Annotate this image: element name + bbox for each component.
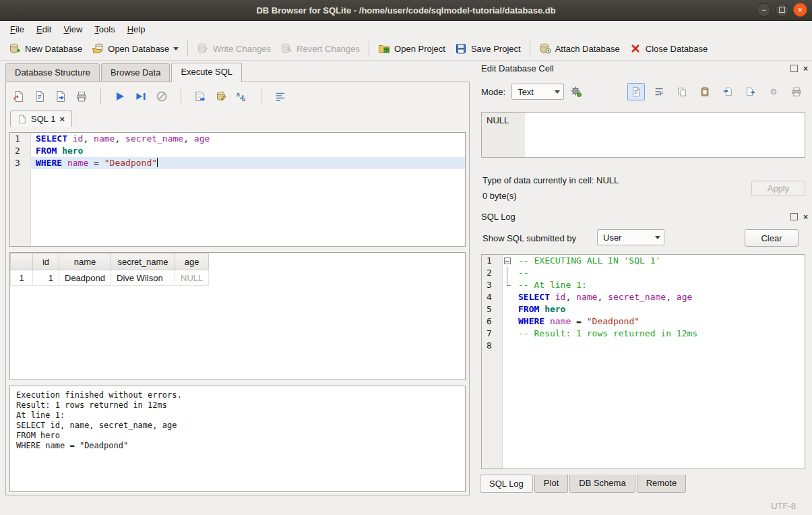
code-line[interactable]: 4SELECT id, name, secret_name, age — [482, 291, 805, 303]
word-wrap-button[interactable] — [650, 83, 668, 100]
open-sql-file-icon[interactable] — [13, 90, 25, 102]
code-line[interactable]: 6WHERE name = "Deadpond" — [482, 315, 805, 328]
code-line[interactable]: 3WHERE name = "Deadpond" — [10, 157, 465, 169]
sql-tab-label: SQL 1 — [31, 114, 55, 124]
export-results-icon[interactable] — [194, 90, 206, 102]
edit-cell-header: Edit Database Cell × — [481, 63, 808, 73]
code-line[interactable]: 1-- EXECUTING ALL IN 'SQL 1' — [482, 255, 805, 267]
maximize-button[interactable] — [775, 3, 789, 17]
export-cell-button[interactable] — [742, 83, 759, 100]
menu-view[interactable]: View — [57, 22, 88, 36]
fold-marker[interactable] — [502, 255, 513, 267]
close-icon: × — [798, 5, 803, 15]
print-icon — [791, 86, 802, 97]
tab-browse-data[interactable]: Browse Data — [101, 63, 170, 82]
open-database-button[interactable]: Open Database — [87, 40, 183, 57]
main-toolbar: New Database Open Database Write Changes… — [0, 37, 812, 61]
code-line[interactable]: 1SELECT id, name, secret_name, age — [10, 133, 465, 145]
close-button[interactable]: × — [793, 3, 807, 17]
tab-execute-sql[interactable]: Execute SQL — [171, 63, 242, 82]
cell-secret-name[interactable]: Dive Wilson — [111, 270, 175, 286]
code-line[interactable]: 2-- — [482, 267, 805, 279]
cell-age[interactable]: NULL — [175, 270, 209, 286]
tab-sql-log[interactable]: SQL Log — [480, 475, 533, 493]
execute-all-icon[interactable] — [114, 90, 126, 102]
cell-editor[interactable]: NULL — [481, 112, 805, 158]
code-line[interactable]: 2FROM hero — [10, 145, 465, 157]
app-window: DB Browser for SQLite - /home/user/code/… — [0, 0, 812, 515]
edit-cell-icons — [627, 83, 805, 100]
save-sql-as-icon[interactable] — [55, 90, 67, 102]
results-table[interactable]: id name secret_name age 1 1 Deadpond Div… — [10, 253, 209, 286]
write-changes-button[interactable]: Write Changes — [192, 40, 276, 57]
menu-tools[interactable]: Tools — [88, 22, 121, 36]
menu-help[interactable]: Help — [121, 22, 152, 36]
close-database-button[interactable]: Close Database — [625, 40, 713, 57]
undock-icon[interactable] — [790, 213, 798, 220]
text-mode-button[interactable] — [627, 83, 645, 100]
titlebar[interactable]: DB Browser for SQLite - /home/user/code/… — [0, 0, 812, 21]
code-line[interactable]: 8 — [482, 340, 805, 352]
copy-cell-button[interactable] — [673, 83, 691, 100]
new-database-button[interactable]: New Database — [4, 40, 87, 57]
chevron-down-icon[interactable] — [173, 47, 179, 53]
mode-select[interactable]: Text — [511, 84, 564, 100]
column-header-id[interactable]: id — [33, 253, 59, 270]
sql-file-icon — [18, 115, 27, 124]
cell-name[interactable]: Deadpond — [59, 270, 111, 286]
save-results-icon[interactable] — [215, 90, 227, 102]
print-cell-button[interactable] — [788, 83, 805, 100]
table-row[interactable]: 1 1 Deadpond Dive Wilson NULL — [11, 270, 209, 286]
open-project-button[interactable]: Open Project — [373, 40, 450, 57]
undock-icon[interactable] — [790, 65, 798, 72]
sql-editor[interactable]: 1SELECT id, name, secret_name, age2FROM … — [9, 132, 466, 247]
close-panel-icon[interactable]: × — [803, 212, 808, 222]
menu-file[interactable]: File — [4, 22, 30, 36]
clipboard-icon — [699, 86, 710, 97]
close-panel-icon[interactable]: × — [803, 64, 808, 73]
line-number: 3 — [482, 279, 502, 291]
set-null-button[interactable] — [765, 83, 782, 100]
menu-edit[interactable]: Edit — [30, 22, 57, 36]
code-line[interactable]: 3-- At line 1: — [482, 279, 805, 291]
submitter-select[interactable]: User — [597, 229, 664, 245]
code-line[interactable]: 5FROM hero — [482, 303, 805, 315]
fold-marker — [502, 279, 513, 291]
clear-log-button[interactable]: Clear — [745, 229, 799, 247]
find-replace-icon[interactable]: ab — [236, 90, 248, 102]
minimize-button[interactable]: − — [757, 3, 771, 17]
tab-db-schema[interactable]: DB Schema — [569, 475, 635, 493]
execute-line-icon[interactable] — [135, 90, 147, 102]
save-project-icon — [455, 42, 467, 55]
sql-tab[interactable]: SQL 1 × — [10, 111, 72, 127]
column-header-secret-name[interactable]: secret_name — [111, 253, 175, 270]
fold-marker — [502, 303, 513, 315]
edit-cell-toolbar: Mode: Text — [481, 82, 805, 101]
tab-plot[interactable]: Plot — [534, 475, 568, 493]
save-sql-file-icon[interactable] — [34, 90, 46, 102]
attach-database-button[interactable]: Attach Database — [534, 40, 625, 57]
auto-mode-gear-icon[interactable] — [570, 86, 582, 98]
import-cell-button[interactable] — [719, 83, 737, 100]
apply-button[interactable]: Apply — [751, 181, 805, 196]
code-line[interactable]: 7-- Result: 1 rows returned in 12ms — [482, 328, 805, 340]
format-sql-icon[interactable] — [274, 90, 286, 102]
revert-changes-label: Revert Changes — [296, 44, 360, 54]
print-icon[interactable] — [75, 90, 88, 102]
toolbar-separator — [369, 40, 369, 57]
save-project-button[interactable]: Save Project — [450, 40, 526, 57]
line-number: 5 — [482, 303, 502, 315]
tab-database-structure[interactable]: Database Structure — [5, 63, 100, 82]
edit-cell-title: Edit Database Cell — [481, 63, 554, 73]
close-tab-icon[interactable]: × — [59, 114, 65, 124]
cell-id[interactable]: 1 — [33, 270, 59, 286]
line-number: 3 — [10, 157, 30, 169]
sql-log-view[interactable]: 1-- EXECUTING ALL IN 'SQL 1'2--3-- At li… — [481, 254, 805, 469]
column-header-age[interactable]: age — [175, 253, 209, 270]
tab-remote[interactable]: Remote — [637, 475, 687, 493]
revert-changes-button[interactable]: Revert Changes — [276, 40, 365, 57]
paste-cell-button[interactable] — [696, 83, 714, 100]
stop-icon[interactable] — [156, 90, 168, 102]
copy-icon — [677, 86, 687, 97]
column-header-name[interactable]: name — [59, 253, 111, 270]
